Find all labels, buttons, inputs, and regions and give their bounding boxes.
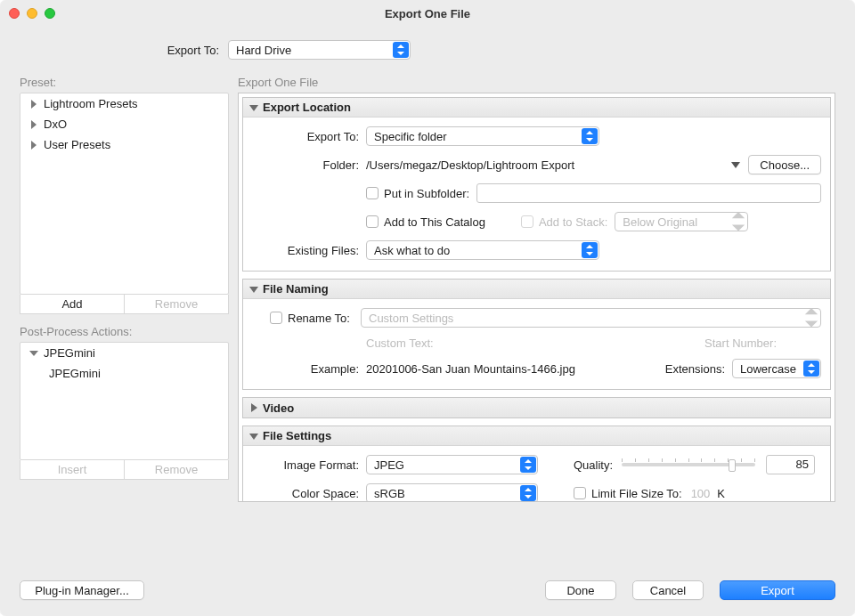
custom-text-label: Custom Text: [366,336,434,350]
preset-label: DxO [44,118,67,131]
chevron-updown-icon [393,42,409,58]
preset-list[interactable]: Lightroom Presets DxO User Presets [20,93,229,295]
chevron-updown-icon [582,242,598,258]
stack-position-value: Below Original [623,215,697,229]
window-controls [9,8,55,19]
section-header[interactable]: File Settings [243,426,830,446]
window-title: Export One File [0,7,855,20]
chevron-updown-icon [803,361,819,377]
triangle-right-icon [248,402,259,413]
section-body: Export To: Specific folder Folder: /User… [243,118,830,271]
triangle-down-icon [248,102,259,113]
settings-panel: Export Location Export To: Specific fold… [238,93,835,502]
color-space-value: sRGB [374,487,405,500]
add-to-catalog-label: Add to This Catalog [384,215,485,229]
extensions-value: Lowercase [740,362,796,376]
add-preset-button[interactable]: Add [20,295,124,313]
export-to-label: Export To: [0,44,228,57]
zoom-icon[interactable] [45,8,55,19]
export-button[interactable]: Export [720,580,835,600]
folder-path: /Users/megaz/Desktop/Lightroom Export [366,158,723,172]
section-body: Rename To: Custom Settings Custom Text: [243,299,830,389]
section-title: Export Location [263,101,351,114]
postaction-buttons: Insert Remove [20,460,229,480]
preset-item[interactable]: Lightroom Presets [20,93,228,114]
image-format-select[interactable]: JPEG [366,455,538,474]
section-header[interactable]: Video [243,398,830,417]
section-file-settings: File Settings Image Format: JPEG [242,426,831,502]
limit-size-value: 100 [691,487,711,500]
post-action-label: JPEGmini [49,367,101,380]
done-button[interactable]: Done [545,580,616,600]
section-header[interactable]: Export Location [243,98,830,118]
cancel-button[interactable]: Cancel [632,580,704,600]
panel-heading: Export One File [238,76,835,89]
chevron-updown-icon [520,485,536,501]
existing-files-value: Ask what to do [374,244,450,257]
section-body: Image Format: JPEG Quality: [243,446,830,502]
section-file-naming: File Naming Rename To: Custom Settings [242,279,831,390]
post-actions-list[interactable]: JPEGmini JPEGmini [20,342,229,460]
exportto-label: Export To: [252,130,359,143]
limit-size-checkbox[interactable] [574,487,586,499]
chevron-down-icon [29,349,38,358]
section-title: Video [263,401,294,415]
existing-files-select[interactable]: Ask what to do [366,240,599,260]
put-in-subfolder-checkbox[interactable] [366,187,379,199]
triangle-down-icon[interactable] [730,159,741,170]
section-title: File Settings [263,429,331,442]
rename-template-select: Custom Settings [361,308,821,328]
insert-action-button: Insert [20,460,124,479]
post-action-item[interactable]: JPEGmini [20,343,228,363]
plugin-manager-button[interactable]: Plug-in Manager... [20,580,144,600]
slider-knob-icon[interactable] [729,459,736,472]
color-space-select[interactable]: sRGB [366,483,538,502]
section-header[interactable]: File Naming [243,280,830,299]
quality-label: Quality: [574,458,613,472]
chevron-updown-icon [730,214,746,230]
extensions-select[interactable]: Lowercase [732,359,821,378]
triangle-down-icon [248,284,259,295]
preset-item[interactable]: User Presets [20,134,228,155]
export-dialog: Export One File Export To: Hard Drive Pr… [0,0,855,616]
exportto-select[interactable]: Specific folder [366,126,599,146]
exportto-value: Specific folder [374,130,447,143]
add-to-catalog-checkbox[interactable] [366,215,379,228]
add-to-stack-checkbox [521,215,533,228]
chevron-updown-icon [520,457,536,473]
post-actions-heading: Post-Process Actions: [20,325,229,338]
example-value: 20201006-San Juan Mountains-1466.jpg [366,362,575,376]
chevron-right-icon [29,141,38,150]
section-export-location: Export Location Export To: Specific fold… [242,97,831,272]
extensions-label: Extensions: [665,362,725,376]
export-to-select[interactable]: Hard Drive [228,40,411,60]
subfolder-field[interactable] [476,183,821,203]
rename-to-label: Rename To: [288,312,361,325]
quality-value: 85 [796,458,809,471]
triangle-down-icon [248,431,259,442]
image-format-label: Image Format: [252,458,359,472]
quality-slider[interactable] [622,457,755,473]
rename-to-checkbox[interactable] [270,312,282,324]
preset-heading: Preset: [20,76,229,89]
choose-folder-button[interactable]: Choose... [748,155,821,174]
left-column: Preset: Lightroom Presets DxO User Prese… [20,76,229,564]
titlebar: Export One File [0,0,855,27]
chevron-updown-icon [803,310,819,326]
post-action-label: JPEGmini [44,346,95,360]
limit-size-label: Limit File Size To: [591,487,682,500]
preset-item[interactable]: DxO [20,114,228,134]
chevron-updown-icon [582,128,598,144]
section-title: File Naming [263,282,329,296]
chevron-right-icon [29,100,38,109]
color-space-label: Color Space: [252,487,359,500]
preset-label: User Presets [44,138,110,151]
put-in-subfolder-label: Put in Subfolder: [384,187,469,200]
main-area: Preset: Lightroom Presets DxO User Prese… [0,76,855,564]
existing-files-label: Existing Files: [252,244,359,257]
minimize-icon[interactable] [27,8,37,19]
folder-label: Folder: [252,158,359,172]
close-icon[interactable] [9,8,20,19]
post-action-child[interactable]: JPEGmini [20,363,228,384]
quality-field[interactable]: 85 [766,455,815,474]
